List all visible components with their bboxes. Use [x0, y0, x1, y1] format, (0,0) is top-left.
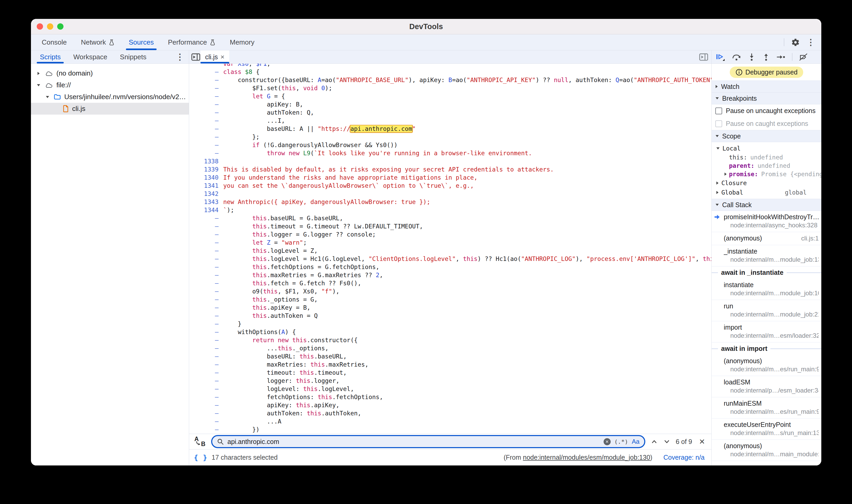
line-gutter[interactable]: –: [189, 409, 223, 417]
line-gutter[interactable]: –: [189, 263, 223, 271]
scope-section-header[interactable]: Scope: [712, 130, 821, 142]
code-line[interactable]: – baseURL: this.baseURL,: [189, 353, 711, 361]
code-editor[interactable]: var Xs0, $F1;–class $8 {– constructor({b…: [189, 64, 711, 434]
breakpoint-option[interactable]: Pause on caught exceptions: [712, 117, 821, 130]
line-gutter[interactable]: –: [189, 92, 223, 101]
call-stack-frame[interactable]: (anonymous)node:internal/m…main_module:2: [712, 440, 821, 461]
toggle-debugger-panel-icon[interactable]: [699, 53, 708, 61]
line-gutter[interactable]: 1339: [189, 165, 223, 174]
line-gutter[interactable]: –: [189, 101, 223, 109]
line-gutter[interactable]: –: [189, 255, 223, 263]
line-gutter[interactable]: –: [189, 426, 223, 434]
line-gutter[interactable]: –: [189, 222, 223, 231]
line-gutter[interactable]: –: [189, 377, 223, 385]
line-gutter[interactable]: –: [189, 68, 223, 76]
code-line[interactable]: – this.logLevel = Hc1(G.logLevel, "Clien…: [189, 255, 711, 263]
line-gutter[interactable]: –: [189, 133, 223, 141]
code-line[interactable]: 1340If you understand the risks and have…: [189, 174, 711, 182]
line-gutter[interactable]: –: [189, 141, 223, 149]
line-gutter[interactable]: –: [189, 312, 223, 320]
line-gutter[interactable]: 1341: [189, 182, 223, 190]
call-stack-frame[interactable]: _instantiatenode:internal/m…module_job:1…: [712, 245, 821, 266]
close-tab-icon[interactable]: ×: [220, 53, 225, 61]
tree-item-cli-js[interactable]: cli.js: [31, 103, 189, 114]
code-line[interactable]: – authToken: Q,: [189, 109, 711, 117]
tab-network[interactable]: Network: [74, 34, 122, 50]
line-gutter[interactable]: –: [189, 401, 223, 409]
code-line[interactable]: 1341you can set the \`dangerouslyAllowBr…: [189, 182, 711, 190]
line-gutter[interactable]: 1343: [189, 198, 223, 206]
toggle-navigator-icon[interactable]: [191, 53, 200, 61]
code-line[interactable]: – o9(this, $F1, Xs0, "f"),: [189, 287, 711, 295]
previous-match-icon[interactable]: [651, 438, 658, 445]
code-line[interactable]: – this.logLevel = Z,: [189, 247, 711, 255]
code-line[interactable]: – baseURL: A || "https://api.anthropic.c…: [189, 125, 711, 133]
match-case-toggle-icon[interactable]: Aa: [632, 438, 640, 445]
line-gutter[interactable]: –: [189, 344, 223, 353]
call-stack-frame[interactable]: instantiatenode:internal/m…module_job:10…: [712, 279, 821, 300]
tab-sources[interactable]: Sources: [122, 34, 161, 50]
editor-tab-clijs[interactable]: cli.js ×: [200, 50, 229, 64]
scope-section-closure[interactable]: Closure: [712, 178, 821, 188]
checkbox[interactable]: [715, 120, 722, 127]
line-gutter[interactable]: –: [189, 247, 223, 255]
call-stack-frame[interactable]: importnode:internal/m…esm/loader:329: [712, 321, 821, 342]
regex-toggle-icon[interactable]: (.*): [614, 438, 628, 445]
code-line[interactable]: – }: [189, 320, 711, 328]
code-line[interactable]: – this.logger = G.logger ?? console;: [189, 231, 711, 239]
code-line[interactable]: – maxRetries: this.maxRetries,: [189, 361, 711, 369]
clear-search-icon[interactable]: ×: [604, 438, 611, 445]
tab-memory[interactable]: Memory: [223, 34, 262, 50]
watch-section-header[interactable]: Watch: [712, 80, 821, 93]
code-line[interactable]: – this.baseURL = G.baseURL,: [189, 214, 711, 222]
call-stack-frame[interactable]: runMainESMnode:internal/m…es/run_main:98: [712, 397, 821, 418]
code-line[interactable]: – withOptions(A) {: [189, 328, 711, 336]
code-line[interactable]: – ...I,: [189, 117, 711, 125]
chevron-right-icon[interactable]: [36, 72, 41, 75]
close-search-icon[interactable]: ✕: [697, 437, 707, 446]
resume-icon[interactable]: [715, 53, 725, 61]
code-line[interactable]: – ...A: [189, 417, 711, 426]
code-line[interactable]: – this.timeout = G.timeout ?? Lw.DEFAULT…: [189, 222, 711, 231]
line-gutter[interactable]: –: [189, 353, 223, 361]
line-gutter[interactable]: –: [189, 287, 223, 295]
tab-performance[interactable]: Performance: [161, 34, 223, 50]
code-line[interactable]: – this._options = G,: [189, 295, 711, 304]
step-over-icon[interactable]: [732, 53, 741, 61]
line-gutter[interactable]: –: [189, 417, 223, 426]
code-line[interactable]: –class $8 {: [189, 68, 711, 76]
call-stack-frame[interactable]: (anonymous)cli.js:1: [712, 232, 821, 245]
code-line[interactable]: var Xs0, $F1;: [189, 64, 711, 68]
sidebar-more-options-icon[interactable]: ⋮: [176, 50, 189, 64]
scope-entry[interactable]: parent:undefined: [712, 162, 821, 170]
line-gutter[interactable]: 1342: [189, 190, 223, 198]
line-gutter[interactable]: –: [189, 239, 223, 247]
line-gutter[interactable]: [189, 64, 223, 68]
code-line[interactable]: 1344`);: [189, 206, 711, 214]
scope-section-global[interactable]: Globalglobal: [712, 188, 821, 197]
code-line[interactable]: – }): [189, 426, 711, 434]
line-gutter[interactable]: –: [189, 109, 223, 117]
line-gutter[interactable]: –: [189, 117, 223, 125]
scope-entry[interactable]: promise:Promise {<pending>}: [712, 170, 821, 178]
code-line[interactable]: – let Z = "warn";: [189, 239, 711, 247]
chevron-down-icon[interactable]: [45, 96, 50, 98]
breakpoints-section-header[interactable]: Breakpoints: [712, 93, 821, 104]
search-input[interactable]: api.anthropic.com × (.*) Aa: [211, 435, 645, 448]
line-gutter[interactable]: 1338: [189, 157, 223, 165]
code-line[interactable]: – this.fetch = G.fetch ?? Fs0(),: [189, 279, 711, 287]
code-line[interactable]: – throw new L9(`It looks like you're run…: [189, 149, 711, 157]
breakpoint-option[interactable]: Pause on uncaught exceptions: [712, 104, 821, 117]
step-icon[interactable]: [777, 53, 786, 61]
code-line[interactable]: – apiKey: B,: [189, 101, 711, 109]
line-gutter[interactable]: –: [189, 125, 223, 133]
line-gutter[interactable]: –: [189, 361, 223, 369]
tab-console[interactable]: Console: [35, 34, 74, 50]
call-stack-frame[interactable]: (anonymous)node:internal/m…es/run_main:9…: [712, 355, 821, 376]
line-gutter[interactable]: –: [189, 214, 223, 222]
sidebar-tab-snippets[interactable]: Snippets: [113, 50, 153, 64]
chevron-down-icon[interactable]: [36, 84, 41, 86]
scope-section-local[interactable]: Local: [712, 144, 821, 153]
tree-item-users-jinhuilee-nvm-versions-node-v2-[interactable]: Users/jinhuilee/.nvm/versions/node/v2…: [31, 91, 189, 103]
coverage-link[interactable]: Coverage: n/a: [663, 454, 705, 461]
